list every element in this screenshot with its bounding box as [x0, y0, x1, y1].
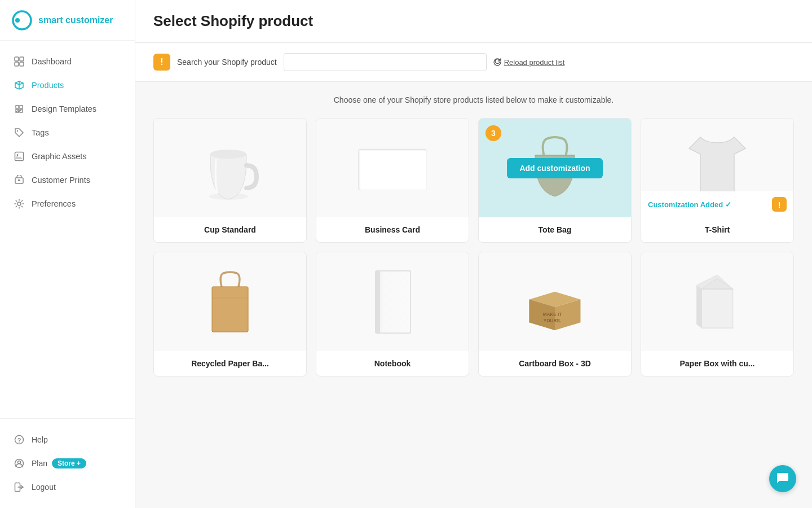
overlay-count: 3	[486, 125, 501, 141]
subtitle: Choose one of your Shopify store product…	[153, 95, 794, 104]
svg-point-12	[17, 202, 21, 205]
chat-button[interactable]	[769, 465, 796, 492]
mug-image	[199, 132, 261, 205]
bcard-image	[356, 146, 429, 191]
product-card-cartboard-box[interactable]: MAKE IT YOURS. Cartboard Box - 3D	[478, 252, 632, 376]
product-image-tote-bag: 3 Add customization	[479, 119, 631, 217]
sidebar-item-label-graphic-assets: Graphic Assets	[32, 152, 87, 161]
customer-prints-icon	[14, 174, 25, 186]
search-input[interactable]	[284, 53, 487, 71]
product-name-cup-standard: Cup Standard	[154, 217, 306, 242]
svg-rect-2	[15, 57, 19, 61]
product-image-paper-box	[641, 252, 793, 351]
svg-point-1	[15, 18, 20, 23]
product-image-tshirt: Customization Added ✓ !	[641, 119, 793, 217]
sidebar-item-customer-prints[interactable]: Customer Prints	[0, 168, 135, 192]
main-nav: Dashboard Products Design	[0, 41, 135, 418]
svg-text:MAKE IT: MAKE IT	[543, 312, 562, 317]
main-body: Choose one of your Shopify store product…	[135, 82, 812, 508]
sidebar-item-label-help: Help	[32, 435, 48, 444]
logo-icon	[11, 10, 33, 31]
app-name: smart customizer	[38, 15, 113, 25]
sidebar-item-label-customer-prints: Customer Prints	[32, 176, 90, 185]
product-card-cup-standard[interactable]: Cup Standard	[153, 118, 307, 243]
graphic-assets-icon	[14, 151, 25, 162]
product-name-paper-box: Paper Box with cu...	[641, 351, 793, 376]
products-grid: Cup Standard Business Card	[153, 118, 794, 376]
product-name-tshirt: T-Shirt	[641, 217, 793, 242]
dashboard-icon	[14, 56, 25, 67]
svg-rect-4	[15, 62, 19, 66]
customization-added-text: Customization Added ✓	[648, 200, 731, 209]
svg-point-9	[17, 154, 19, 156]
product-card-paper-box[interactable]: Paper Box with cu...	[641, 252, 794, 376]
sidebar: smart customizer Dashboard	[0, 0, 135, 508]
help-icon: ?	[14, 434, 25, 445]
page-title: Select Shopify product	[153, 12, 794, 30]
product-image-cup-standard	[154, 119, 306, 217]
product-card-business-card[interactable]: Business Card	[316, 118, 469, 243]
customization-added-overlay: Customization Added ✓ !	[641, 191, 793, 217]
product-card-recycled-paper-bag[interactable]: Recycled Paper Ba...	[153, 252, 307, 376]
svg-rect-8	[15, 152, 24, 161]
product-card-notebook[interactable]: Notebook	[316, 252, 469, 376]
cbox-image: MAKE IT YOURS.	[518, 274, 592, 330]
design-templates-icon	[14, 103, 25, 115]
svg-rect-3	[20, 57, 24, 61]
preferences-icon	[14, 198, 25, 209]
pbox-image	[689, 268, 745, 336]
sidebar-item-label-design-templates: Design Templates	[32, 104, 96, 113]
plan-badge[interactable]: Store +	[52, 458, 86, 468]
main-content: Select Shopify product ! Search your Sho…	[135, 0, 812, 508]
logout-icon	[14, 481, 25, 493]
alert-icon: !	[153, 54, 170, 71]
svg-rect-22	[212, 287, 248, 332]
sidebar-item-label-plan: Plan	[32, 459, 47, 468]
sidebar-item-label-products: Products	[32, 81, 64, 90]
add-customization-button[interactable]: Add customization	[507, 158, 602, 178]
svg-point-7	[17, 130, 18, 132]
product-image-business-card	[316, 119, 469, 217]
product-name-notebook: Notebook	[316, 351, 469, 376]
svg-rect-11	[18, 179, 20, 181]
svg-rect-27	[376, 271, 380, 333]
product-card-tshirt[interactable]: Customization Added ✓ ! T-Shirt	[641, 118, 794, 243]
sidebar-bottom: ? Help Plan Store +	[0, 418, 135, 508]
product-card-tote-bag[interactable]: 3 Add customization Tote Bag	[478, 118, 632, 243]
sidebar-item-help[interactable]: ? Help	[0, 428, 135, 452]
svg-rect-5	[20, 62, 24, 66]
svg-text:YOURS.: YOURS.	[544, 318, 561, 323]
sidebar-item-label-logout: Logout	[32, 483, 56, 492]
sidebar-item-plan[interactable]: Plan Store +	[0, 452, 135, 475]
product-name-cartboard-box: Cartboard Box - 3D	[479, 351, 631, 376]
product-image-notebook	[316, 252, 469, 351]
search-bar: ! Search your Shopify product Reload pro…	[135, 43, 812, 82]
paperbag-image	[202, 265, 258, 339]
search-label: Search your Shopify product	[177, 58, 277, 67]
sidebar-item-tags[interactable]: Tags	[0, 121, 135, 144]
sidebar-item-design-templates[interactable]: Design Templates	[0, 97, 135, 121]
svg-point-19	[210, 150, 246, 159]
product-image-cartboard-box: MAKE IT YOURS.	[479, 252, 631, 351]
reload-label: Reload product list	[504, 58, 565, 67]
sidebar-item-graphic-assets[interactable]: Graphic Assets	[0, 144, 135, 168]
product-image-paper-bag	[154, 252, 306, 351]
main-header: Select Shopify product	[135, 0, 812, 43]
sidebar-item-preferences[interactable]: Preferences	[0, 192, 135, 216]
sidebar-item-products[interactable]: Products	[0, 73, 135, 97]
sidebar-item-logout[interactable]: Logout	[0, 475, 135, 499]
logo: smart customizer	[0, 0, 135, 41]
tote-overlay: 3 Add customization	[479, 119, 631, 217]
product-name-recycled-paper-bag: Recycled Paper Ba...	[154, 351, 306, 376]
sidebar-item-dashboard[interactable]: Dashboard	[0, 50, 135, 73]
svg-rect-21	[360, 150, 426, 190]
product-name-tote: Tote Bag	[479, 217, 631, 242]
notebook-image	[367, 268, 418, 336]
tags-icon	[14, 127, 25, 138]
sidebar-item-label-dashboard: Dashboard	[32, 57, 72, 66]
reload-button[interactable]: Reload product list	[493, 58, 565, 67]
chat-icon	[776, 472, 789, 485]
svg-text:?: ?	[17, 437, 21, 444]
products-icon	[14, 80, 25, 91]
plan-icon	[14, 458, 25, 469]
